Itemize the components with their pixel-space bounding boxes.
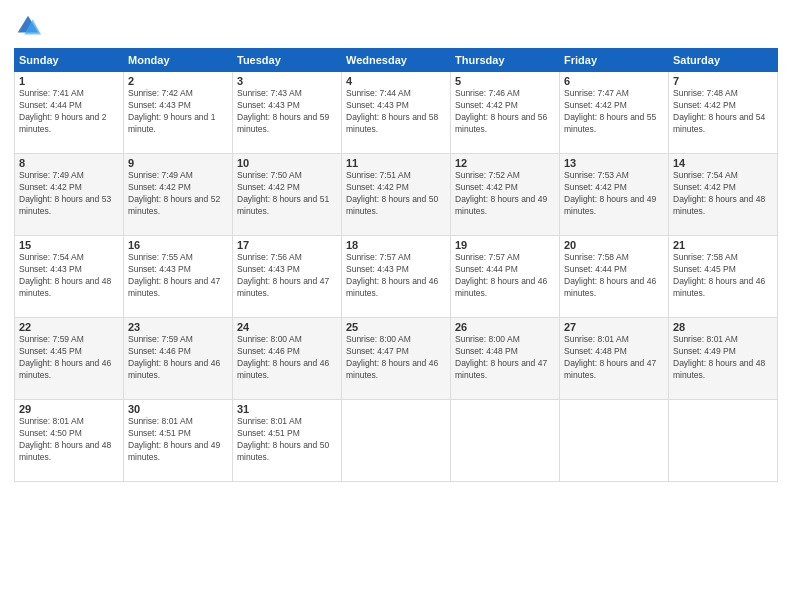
calendar-header-friday: Friday [560,49,669,72]
day-info: Sunrise: 7:59 AMSunset: 4:45 PMDaylight:… [19,334,119,382]
day-number: 31 [237,403,337,415]
day-info: Sunrise: 8:01 AMSunset: 4:48 PMDaylight:… [564,334,664,382]
calendar-week-5: 29Sunrise: 8:01 AMSunset: 4:50 PMDayligh… [15,400,778,482]
day-info: Sunrise: 7:52 AMSunset: 4:42 PMDaylight:… [455,170,555,218]
calendar-cell: 12Sunrise: 7:52 AMSunset: 4:42 PMDayligh… [451,154,560,236]
day-info: Sunrise: 7:49 AMSunset: 4:42 PMDaylight:… [128,170,228,218]
day-info: Sunrise: 7:54 AMSunset: 4:42 PMDaylight:… [673,170,773,218]
calendar-week-1: 1Sunrise: 7:41 AMSunset: 4:44 PMDaylight… [15,72,778,154]
calendar-cell: 25Sunrise: 8:00 AMSunset: 4:47 PMDayligh… [342,318,451,400]
day-info: Sunrise: 7:44 AMSunset: 4:43 PMDaylight:… [346,88,446,136]
calendar-cell: 11Sunrise: 7:51 AMSunset: 4:42 PMDayligh… [342,154,451,236]
calendar-cell: 18Sunrise: 7:57 AMSunset: 4:43 PMDayligh… [342,236,451,318]
calendar-cell [560,400,669,482]
day-info: Sunrise: 7:42 AMSunset: 4:43 PMDaylight:… [128,88,228,136]
day-number: 9 [128,157,228,169]
day-number: 5 [455,75,555,87]
calendar-cell [342,400,451,482]
day-number: 6 [564,75,664,87]
day-number: 18 [346,239,446,251]
day-info: Sunrise: 8:00 AMSunset: 4:48 PMDaylight:… [455,334,555,382]
calendar-cell: 10Sunrise: 7:50 AMSunset: 4:42 PMDayligh… [233,154,342,236]
calendar-cell: 30Sunrise: 8:01 AMSunset: 4:51 PMDayligh… [124,400,233,482]
day-info: Sunrise: 7:54 AMSunset: 4:43 PMDaylight:… [19,252,119,300]
day-info: Sunrise: 7:58 AMSunset: 4:45 PMDaylight:… [673,252,773,300]
calendar-cell: 28Sunrise: 8:01 AMSunset: 4:49 PMDayligh… [669,318,778,400]
calendar-cell: 8Sunrise: 7:49 AMSunset: 4:42 PMDaylight… [15,154,124,236]
day-number: 10 [237,157,337,169]
day-number: 21 [673,239,773,251]
day-info: Sunrise: 7:55 AMSunset: 4:43 PMDaylight:… [128,252,228,300]
day-number: 20 [564,239,664,251]
day-info: Sunrise: 8:00 AMSunset: 4:47 PMDaylight:… [346,334,446,382]
day-info: Sunrise: 7:53 AMSunset: 4:42 PMDaylight:… [564,170,664,218]
calendar-cell: 23Sunrise: 7:59 AMSunset: 4:46 PMDayligh… [124,318,233,400]
day-info: Sunrise: 8:00 AMSunset: 4:46 PMDaylight:… [237,334,337,382]
calendar-header-wednesday: Wednesday [342,49,451,72]
day-number: 23 [128,321,228,333]
calendar-cell: 24Sunrise: 8:00 AMSunset: 4:46 PMDayligh… [233,318,342,400]
day-info: Sunrise: 7:49 AMSunset: 4:42 PMDaylight:… [19,170,119,218]
day-info: Sunrise: 8:01 AMSunset: 4:51 PMDaylight:… [128,416,228,464]
day-number: 17 [237,239,337,251]
day-number: 25 [346,321,446,333]
calendar-header-tuesday: Tuesday [233,49,342,72]
day-number: 26 [455,321,555,333]
calendar-cell: 19Sunrise: 7:57 AMSunset: 4:44 PMDayligh… [451,236,560,318]
calendar-cell: 1Sunrise: 7:41 AMSunset: 4:44 PMDaylight… [15,72,124,154]
calendar-cell: 9Sunrise: 7:49 AMSunset: 4:42 PMDaylight… [124,154,233,236]
calendar-cell: 22Sunrise: 7:59 AMSunset: 4:45 PMDayligh… [15,318,124,400]
day-info: Sunrise: 8:01 AMSunset: 4:49 PMDaylight:… [673,334,773,382]
day-info: Sunrise: 7:57 AMSunset: 4:43 PMDaylight:… [346,252,446,300]
calendar-header-saturday: Saturday [669,49,778,72]
day-info: Sunrise: 8:01 AMSunset: 4:50 PMDaylight:… [19,416,119,464]
calendar-week-3: 15Sunrise: 7:54 AMSunset: 4:43 PMDayligh… [15,236,778,318]
calendar-cell: 29Sunrise: 8:01 AMSunset: 4:50 PMDayligh… [15,400,124,482]
calendar-cell: 21Sunrise: 7:58 AMSunset: 4:45 PMDayligh… [669,236,778,318]
logo [14,12,44,40]
logo-icon [14,12,42,40]
calendar-week-4: 22Sunrise: 7:59 AMSunset: 4:45 PMDayligh… [15,318,778,400]
day-info: Sunrise: 7:58 AMSunset: 4:44 PMDaylight:… [564,252,664,300]
day-info: Sunrise: 7:56 AMSunset: 4:43 PMDaylight:… [237,252,337,300]
calendar-cell: 4Sunrise: 7:44 AMSunset: 4:43 PMDaylight… [342,72,451,154]
day-info: Sunrise: 8:01 AMSunset: 4:51 PMDaylight:… [237,416,337,464]
calendar-cell: 7Sunrise: 7:48 AMSunset: 4:42 PMDaylight… [669,72,778,154]
day-number: 19 [455,239,555,251]
day-number: 24 [237,321,337,333]
day-number: 8 [19,157,119,169]
calendar-cell: 2Sunrise: 7:42 AMSunset: 4:43 PMDaylight… [124,72,233,154]
calendar-cell: 3Sunrise: 7:43 AMSunset: 4:43 PMDaylight… [233,72,342,154]
calendar-cell: 5Sunrise: 7:46 AMSunset: 4:42 PMDaylight… [451,72,560,154]
day-number: 11 [346,157,446,169]
calendar-header-monday: Monday [124,49,233,72]
calendar-cell [451,400,560,482]
day-info: Sunrise: 7:43 AMSunset: 4:43 PMDaylight:… [237,88,337,136]
calendar-header-sunday: Sunday [15,49,124,72]
calendar-header-row: SundayMondayTuesdayWednesdayThursdayFrid… [15,49,778,72]
calendar-cell: 16Sunrise: 7:55 AMSunset: 4:43 PMDayligh… [124,236,233,318]
day-info: Sunrise: 7:48 AMSunset: 4:42 PMDaylight:… [673,88,773,136]
calendar-cell: 15Sunrise: 7:54 AMSunset: 4:43 PMDayligh… [15,236,124,318]
day-number: 1 [19,75,119,87]
day-number: 4 [346,75,446,87]
day-number: 7 [673,75,773,87]
day-number: 29 [19,403,119,415]
calendar-cell: 31Sunrise: 8:01 AMSunset: 4:51 PMDayligh… [233,400,342,482]
day-info: Sunrise: 7:57 AMSunset: 4:44 PMDaylight:… [455,252,555,300]
day-number: 15 [19,239,119,251]
calendar-week-2: 8Sunrise: 7:49 AMSunset: 4:42 PMDaylight… [15,154,778,236]
day-number: 12 [455,157,555,169]
day-info: Sunrise: 7:51 AMSunset: 4:42 PMDaylight:… [346,170,446,218]
day-number: 27 [564,321,664,333]
day-number: 3 [237,75,337,87]
day-number: 22 [19,321,119,333]
header [14,12,778,40]
day-info: Sunrise: 7:41 AMSunset: 4:44 PMDaylight:… [19,88,119,136]
calendar-cell: 27Sunrise: 8:01 AMSunset: 4:48 PMDayligh… [560,318,669,400]
day-info: Sunrise: 7:47 AMSunset: 4:42 PMDaylight:… [564,88,664,136]
calendar-cell: 17Sunrise: 7:56 AMSunset: 4:43 PMDayligh… [233,236,342,318]
day-info: Sunrise: 7:59 AMSunset: 4:46 PMDaylight:… [128,334,228,382]
day-number: 2 [128,75,228,87]
calendar-table: SundayMondayTuesdayWednesdayThursdayFrid… [14,48,778,482]
